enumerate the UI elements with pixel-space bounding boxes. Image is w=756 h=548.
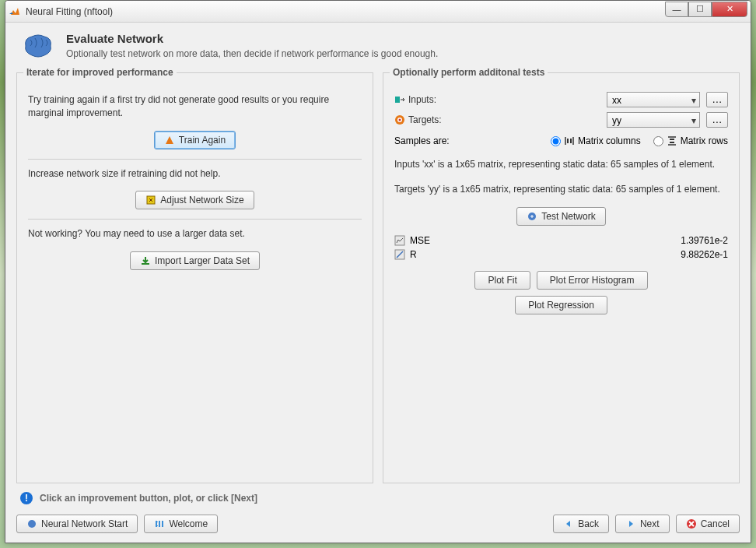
svg-text:!: ! (25, 493, 28, 504)
welcome-button[interactable]: Welcome (144, 515, 218, 533)
import-larger-data-button[interactable]: Import Larger Data Set (130, 251, 260, 270)
matrix-columns-radio[interactable]: Matrix columns (551, 135, 641, 146)
matrix-rows-input[interactable] (653, 136, 663, 146)
window-title: Neural Fitting (nftool) (26, 6, 113, 17)
svg-rect-7 (570, 139, 572, 143)
cancel-button[interactable]: Cancel (676, 515, 740, 533)
targets-icon (394, 114, 405, 125)
iterate-panel-title: Iterate for improved performance (23, 67, 177, 78)
targets-description: Targets 'yy' is a 1x65 matrix, represent… (394, 182, 728, 196)
tests-panel-title: Optionally perform additonal tests (390, 67, 548, 78)
r-value: 9.88262e-1 (681, 249, 728, 260)
back-button[interactable]: Back (553, 515, 609, 533)
inputs-icon (394, 94, 405, 105)
divider (28, 219, 362, 220)
plot-fit-button[interactable]: Plot Fit (474, 271, 530, 290)
brain-icon (19, 32, 57, 60)
matrix-columns-input[interactable] (551, 136, 561, 146)
welcome-icon (154, 518, 165, 529)
inputs-browse-button[interactable]: … (706, 92, 728, 107)
svg-rect-1 (142, 263, 149, 265)
minimize-button[interactable]: — (665, 2, 688, 17)
inputs-label: Inputs: (394, 94, 457, 105)
next-arrow-icon (625, 518, 636, 529)
titlebar: Neural Fitting (nftool) — ☐ ✕ (5, 1, 751, 23)
rows-icon (667, 135, 677, 146)
adjust-network-size-button[interactable]: Adjust Network Size (135, 191, 254, 209)
page-header: Evaluate Network Optionally test network… (16, 29, 740, 66)
adjust-size-text: Increase network size if retraining did … (28, 167, 362, 181)
svg-rect-11 (395, 236, 404, 245)
train-again-text: Try training again if a first try did no… (28, 93, 362, 120)
page-title: Evaluate Network (66, 32, 438, 45)
r-label: R (410, 249, 417, 260)
footer: Neural Network Start Welcome Back Next C… (16, 511, 740, 535)
neural-network-start-button[interactable]: Neural Network Start (16, 515, 138, 533)
import-icon (140, 255, 151, 266)
content-area: Evaluate Network Optionally test network… (5, 23, 751, 543)
divider (28, 159, 362, 160)
hint-row: ! Click an improvement button, plot, or … (19, 491, 740, 505)
import-data-text: Not working? You may need to use a large… (28, 227, 362, 241)
test-network-button[interactable]: Test Network (516, 207, 605, 226)
tests-panel: Optionally perform additonal tests Input… (383, 72, 740, 483)
matrix-rows-radio[interactable]: Matrix rows (653, 135, 728, 146)
samples-label: Samples are: (394, 135, 450, 146)
train-icon (164, 135, 175, 146)
svg-rect-6 (567, 139, 569, 143)
targets-label: Targets: (394, 114, 457, 125)
mse-value: 1.39761e-2 (681, 235, 728, 246)
targets-browse-button[interactable]: … (706, 112, 728, 128)
next-button[interactable]: Next (615, 515, 670, 533)
matlab-icon (9, 5, 21, 18)
nftool-window: Neural Fitting (nftool) — ☐ ✕ Evaluate N… (5, 0, 751, 543)
resize-icon (145, 195, 156, 206)
targets-dropdown[interactable]: yy (607, 112, 700, 128)
plot-regression-button[interactable]: Plot Regression (515, 296, 607, 314)
iterate-panel: Iterate for improved performance Try tra… (16, 72, 373, 483)
cancel-icon (686, 518, 697, 529)
info-icon: ! (19, 491, 33, 505)
svg-point-5 (399, 119, 401, 121)
svg-point-15 (28, 520, 36, 528)
svg-rect-8 (670, 139, 674, 140)
train-again-button[interactable]: Train Again (154, 131, 236, 149)
hint-text: Click an improvement button, plot, or cl… (40, 493, 257, 504)
back-arrow-icon (563, 518, 574, 529)
inputs-dropdown[interactable]: xx (607, 92, 700, 107)
window-controls: — ☐ ✕ (665, 2, 747, 17)
mse-label: MSE (410, 235, 430, 246)
r-icon (394, 249, 405, 260)
svg-rect-9 (670, 142, 674, 143)
test-icon (527, 211, 537, 222)
close-button[interactable]: ✕ (712, 2, 747, 17)
mse-icon (394, 235, 405, 246)
maximize-button[interactable]: ☐ (688, 2, 712, 17)
page-subtitle: Optionally test network on more data, th… (66, 48, 438, 59)
inputs-description: Inputs 'xx' is a 1x65 matrix, representi… (394, 157, 728, 171)
columns-icon (564, 135, 575, 146)
plot-error-histogram-button[interactable]: Plot Error Histogram (537, 271, 648, 290)
nn-start-icon (26, 518, 37, 529)
svg-rect-2 (395, 97, 400, 103)
